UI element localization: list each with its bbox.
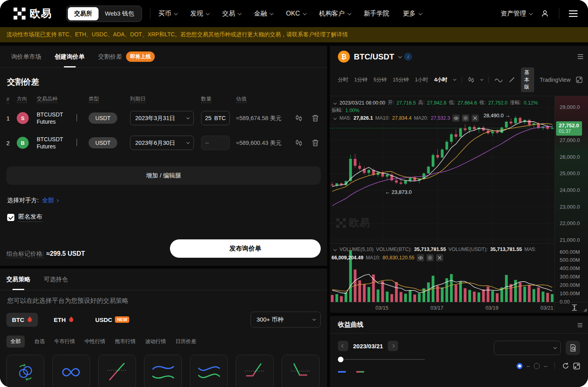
date-slider[interactable] <box>338 357 425 362</box>
tf-5m[interactable]: 5分钟 <box>373 76 387 83</box>
add-edit-leg-button[interactable]: 增加 / 编辑腿 <box>6 166 321 185</box>
tab-create-rfq[interactable]: 创建询价单 <box>55 46 85 67</box>
chevron-right-icon <box>55 199 59 202</box>
anonymous-checkbox[interactable] <box>7 214 14 221</box>
margin-type-pill[interactable]: USDT <box>89 137 117 148</box>
card-single-put[interactable] <box>282 355 320 387</box>
eye-icon[interactable] <box>452 115 460 122</box>
margin-type-pill[interactable]: USDT <box>89 113 117 124</box>
counterparty-select[interactable]: 全部 <box>42 197 58 204</box>
tf-1h[interactable]: 1小时 <box>415 76 428 83</box>
nav-discover[interactable]: 发现 <box>190 10 209 18</box>
nav-academy[interactable]: 新手学院 <box>364 10 389 18</box>
collapse-icon[interactable] <box>333 248 337 251</box>
coin-usdc-button[interactable]: USDC NEW <box>90 313 135 327</box>
chevron-right-icon[interactable] <box>77 139 77 146</box>
expiry-select[interactable]: 2023年3月31日 <box>130 111 194 125</box>
chevron-down-icon[interactable] <box>453 78 456 81</box>
instrument-name[interactable]: BTCUSDTFutures <box>37 111 77 125</box>
user-icon[interactable] <box>541 9 549 18</box>
filter-neutral[interactable]: 中性行情 <box>85 338 105 345</box>
info-icon[interactable]: i <box>404 53 412 61</box>
tf-15m[interactable]: 15分钟 <box>393 76 408 83</box>
delete-leg-icon[interactable] <box>312 115 319 122</box>
filter-bear[interactable]: 熊市行情 <box>115 338 136 345</box>
close-icon[interactable] <box>436 254 443 261</box>
tf-time[interactable]: 分时 <box>338 76 348 83</box>
tab-delivery-spread[interactable]: 交割价差 即将上线 <box>98 46 155 67</box>
pair-name[interactable]: BTC/USDT <box>354 52 394 61</box>
chevron-down-icon[interactable] <box>480 78 483 81</box>
radio-option-1[interactable] <box>517 363 523 369</box>
filter-calendar-spread[interactable]: 日历价差 <box>176 338 196 345</box>
gear-icon[interactable] <box>462 115 469 122</box>
eye-icon[interactable] <box>417 254 424 261</box>
slider-thumb[interactable] <box>338 357 343 362</box>
close-icon[interactable] <box>472 115 479 122</box>
filter-all[interactable]: 全部 <box>6 336 25 348</box>
nav-okc[interactable]: OKC <box>286 10 306 17</box>
okx-logo[interactable]: 欧易 <box>14 6 52 21</box>
tf-1m[interactable]: 1分钟 <box>354 76 367 83</box>
pnl-menu-icon[interactable] <box>578 323 582 327</box>
line-overlay-icon[interactable] <box>495 77 503 82</box>
drawing-tools-icon[interactable] <box>509 77 515 83</box>
tradingview-mode-button[interactable]: TradingView <box>540 77 570 83</box>
refresh-icon[interactable] <box>562 362 569 369</box>
card-delivery-spread[interactable] <box>190 355 228 387</box>
collapse-icon[interactable] <box>333 101 337 104</box>
delete-leg-icon[interactable] <box>312 139 319 146</box>
filter-favorites[interactable]: 自选 <box>34 338 45 345</box>
tf-4h[interactable]: 4小时 <box>434 76 447 83</box>
candle-style-icon[interactable] <box>468 77 474 83</box>
coin-eth-button[interactable]: ETH <box>48 313 79 327</box>
filter-bull[interactable]: 牛市行情 <box>54 338 75 345</box>
radio-value-2: -- <box>544 363 547 369</box>
card-carry-trade[interactable] <box>144 355 182 387</box>
nav-trade[interactable]: 交易 <box>222 10 241 18</box>
card-single-call[interactable] <box>236 355 274 387</box>
volume-chart[interactable] <box>330 244 554 302</box>
resize-handle[interactable] <box>583 308 587 312</box>
basic-mode-button[interactable]: 基本版 <box>521 67 534 92</box>
quantity-input[interactable]: -- <box>201 136 230 150</box>
coin-btc-button[interactable]: BTC <box>6 313 38 327</box>
expiry-select[interactable]: 2023年6月30日 <box>130 136 194 150</box>
nav-more[interactable]: 更多 <box>403 10 421 18</box>
instrument-name[interactable]: BTCUSDTFutures <box>37 136 77 150</box>
nav-buy-crypto[interactable]: 买币 <box>158 10 177 18</box>
collapse-icon[interactable] <box>333 116 337 120</box>
chevron-right-icon[interactable] <box>77 114 77 121</box>
chart-menu-icon[interactable] <box>578 54 583 59</box>
radio-option-2[interactable] <box>534 363 540 369</box>
expand-icon[interactable] <box>573 363 580 369</box>
price-axis-column[interactable]: 29,000.028,000.027,000.026,000.025,000.0… <box>554 96 588 313</box>
pnl-dropdown[interactable] <box>494 341 561 355</box>
nav-assets[interactable]: 资产管理 <box>501 10 532 18</box>
nav-finance[interactable]: 金融 <box>254 10 272 18</box>
coin-dropdown[interactable]: 300+ 币种 <box>251 312 321 328</box>
filter-volatile[interactable]: 波动行情 <box>145 338 166 345</box>
menu-icon[interactable] <box>569 10 578 17</box>
fullscreen-icon[interactable] <box>576 77 582 83</box>
tab-rfq-market[interactable]: 询价单市场 <box>11 46 41 67</box>
nav-institutional[interactable]: 机构客户 <box>319 10 350 18</box>
tab-trading-strategies[interactable]: 交易策略 <box>6 269 30 290</box>
chevron-down-icon[interactable] <box>398 54 402 58</box>
date-next-button[interactable] <box>388 341 398 351</box>
report-search-icon[interactable] <box>566 341 580 355</box>
publish-rfq-button[interactable]: 发布询价单 <box>170 239 321 258</box>
candles-chart-icon[interactable] <box>295 139 302 146</box>
time-axis[interactable]: 03/1503/1703/1903/21 <box>330 302 554 313</box>
card-futures[interactable] <box>98 355 136 387</box>
tab-optional-positions[interactable]: 可选持仓 <box>44 269 68 290</box>
candles-chart-icon[interactable] <box>295 115 302 122</box>
date-prev-button[interactable] <box>338 341 348 351</box>
card-spot[interactable] <box>6 355 44 387</box>
measure-icon[interactable] <box>571 304 578 311</box>
toggle-web3-wallet[interactable]: Web3 钱包 <box>99 7 140 20</box>
gear-icon[interactable] <box>426 254 434 261</box>
card-perpetual[interactable] <box>52 355 90 387</box>
toggle-exchange[interactable]: 交易所 <box>68 7 99 20</box>
quantity-input[interactable]: 25BTC <box>201 111 230 125</box>
